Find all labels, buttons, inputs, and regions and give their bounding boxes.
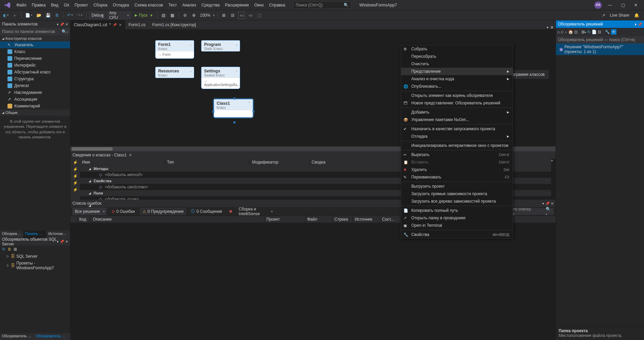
menu-окно[interactable]: Окно <box>251 1 266 9</box>
toolbox-item[interactable]: ↖Указатель <box>0 41 70 48</box>
live-share-button[interactable]: Live Share <box>610 13 629 18</box>
doc-tab[interactable]: Form1.cs <box>125 20 149 29</box>
nav-fwd-button[interactable]: ▸ <box>12 12 18 19</box>
maximize-button[interactable]: ▢ <box>618 1 628 9</box>
tool-icon-2[interactable]: ▦ <box>169 12 176 19</box>
tool-icon-6[interactable]: ▭ <box>247 12 254 19</box>
toolbox-item[interactable]: Структура <box>0 75 70 82</box>
zoom-out-button[interactable]: ⊖ <box>182 12 188 19</box>
save-button[interactable]: 💾 <box>45 12 52 19</box>
undo-button[interactable]: ↶▾ <box>66 12 74 19</box>
context-menu-item[interactable]: 🌐Опубликовать... <box>401 83 513 90</box>
class-details-more-icon[interactable]: ▾ <box>551 159 556 200</box>
sol-fwd-icon[interactable]: ▸ <box>565 30 567 34</box>
class-details-column[interactable]: Имя <box>80 159 165 166</box>
context-menu-item[interactable]: ✂ВырезатьCtrl+X <box>401 151 513 158</box>
new-project-button[interactable]: 📄▾ <box>24 12 33 19</box>
context-menu-item[interactable]: ↗Открыть папку в проводнике <box>401 214 513 222</box>
warnings-filter[interactable]: ⚠0 Предупреждения <box>140 208 186 215</box>
class-box[interactable]: Form1Класс⌄→ Form <box>155 40 194 59</box>
toolbox-item[interactable]: Комментарий <box>0 103 70 109</box>
context-menu-item[interactable]: Добавить▶ <box>401 108 513 116</box>
save-all-button[interactable]: 🗎 <box>54 12 61 19</box>
tool-icon-4[interactable]: ⊟ <box>229 12 236 19</box>
context-menu-item[interactable]: 🔧СвойстваAlt+ВВОД <box>401 231 513 238</box>
error-column[interactable]: Код <box>77 216 91 223</box>
doc-tab[interactable]: ClassDiagram1.cd*📌✕ <box>70 20 125 29</box>
context-menu-item[interactable]: ▣Open in Terminal <box>401 222 513 229</box>
tool-icon-7[interactable]: ⬚ <box>256 12 263 19</box>
sql-group-icon[interactable]: ⊞ <box>14 247 17 252</box>
error-column[interactable]: Файл <box>305 216 332 223</box>
toolbox-item[interactable]: ↗Ассоциация <box>0 96 70 103</box>
resize-handle[interactable] <box>233 121 235 123</box>
toolbox-category-designer[interactable]: Конструктор классов <box>0 35 70 41</box>
context-menu-item[interactable]: ✖УдалитьDel <box>401 166 513 173</box>
sol-nest-icon[interactable]: ⊟ <box>598 30 601 34</box>
sql-close-icon[interactable]: ✕ <box>65 240 68 243</box>
toolbox-dropdown-icon[interactable]: ▾ <box>57 22 59 26</box>
toolbox-category-general[interactable]: Общие <box>0 109 70 116</box>
context-menu-item[interactable]: 📄Копировать полный путь <box>401 207 513 214</box>
error-column[interactable] <box>70 216 77 223</box>
cd-icon-2[interactable]: ⚡ <box>73 167 78 172</box>
errlist-close-icon[interactable]: ✕ <box>551 202 554 205</box>
menu-сборка[interactable]: Сборка <box>91 1 110 9</box>
context-menu-item[interactable]: ✔Назначить в качестве запускаемого проек… <box>401 125 513 133</box>
error-column[interactable]: Описание <box>91 216 264 223</box>
errors-filter[interactable]: ⊘0 Ошибки <box>109 208 137 215</box>
menu-тест[interactable]: Тест <box>166 1 180 9</box>
sol-home2-icon[interactable]: 🏠 <box>568 30 573 34</box>
context-menu-item[interactable]: Пересобрать <box>401 53 513 60</box>
context-menu-item[interactable]: 📦Управление пакетами NuGet... <box>401 116 513 123</box>
context-menu-item[interactable]: Загрузить прямые зависимости проекта <box>401 190 513 198</box>
menu-файл[interactable]: Файл <box>14 1 29 9</box>
toolbox-item[interactable]: Перечисление <box>0 55 70 62</box>
tool-icon-3[interactable]: ⊞ <box>220 12 227 19</box>
menu-схема классов[interactable]: Схема классов <box>132 1 166 9</box>
error-column[interactable]: Строка <box>332 216 353 223</box>
sol-preview-icon[interactable]: 👁 <box>611 29 616 35</box>
error-scope-combo[interactable]: Все решение <box>72 208 106 215</box>
context-menu-item[interactable]: Выгрузить проект <box>401 183 513 190</box>
menu-вид[interactable]: Вид <box>48 1 61 9</box>
sql-tree-item[interactable]: 🗄SQL Server <box>0 253 70 260</box>
error-column[interactable]: Источник <box>353 216 380 223</box>
resize-handle[interactable] <box>233 98 235 100</box>
context-menu-item[interactable]: Открыть элемент как корень обозревателя <box>401 92 513 99</box>
doc-tabs-dropdown-icon[interactable]: ▾ <box>547 26 548 29</box>
cd-icon-1[interactable]: ⚡ <box>73 160 78 165</box>
context-menu-item[interactable]: ✎ПереименоватьF2 <box>401 173 513 181</box>
pin-icon[interactable]: 📌 <box>113 23 117 27</box>
context-menu-item[interactable]: Загрузить все дерево зависимостей проект… <box>401 198 513 205</box>
tab-close-icon[interactable]: ✕ <box>119 23 122 27</box>
doc-tabs-gear-icon[interactable]: ⚙ <box>550 26 554 29</box>
resize-handle[interactable] <box>252 111 254 113</box>
zoom-value[interactable]: 100% <box>199 13 211 18</box>
solution-root-item[interactable]: ▣ Решение "WindowsFormsApp7" (проекты: 1… <box>556 44 644 55</box>
menu-git[interactable]: Git <box>61 1 72 9</box>
context-menu-item[interactable]: Отладка▶ <box>401 133 513 140</box>
notifications-icon[interactable]: 🔔 <box>634 13 639 18</box>
sol-refresh-icon[interactable]: ↻ <box>587 30 591 34</box>
menu-отладка[interactable]: Отладка <box>110 1 132 9</box>
zoom-in-button[interactable]: ⊕ <box>191 12 197 19</box>
solution-search-input[interactable]: Обозреватель решений — поиск (Ctrl+ж) <box>556 36 644 44</box>
menu-средства[interactable]: Средства <box>199 1 222 9</box>
context-menu-item[interactable]: Анализ и очистка кода▶ <box>401 75 513 83</box>
error-column[interactable]: Проект <box>264 216 305 223</box>
chevron-icon[interactable]: ⌄ <box>189 69 192 73</box>
context-menu-item[interactable]: Представление▶ <box>401 68 513 75</box>
chevron-icon[interactable]: ⌄ <box>235 42 238 46</box>
sql-add-icon[interactable]: 🗎 <box>7 247 12 252</box>
tool-icon-1[interactable]: ▤ <box>160 12 167 19</box>
class-details-column[interactable]: Модификатор <box>250 159 310 166</box>
cd-icon-4[interactable]: ⚡ <box>73 181 78 185</box>
errlist-pin-icon[interactable]: 📌 <box>545 202 549 205</box>
minimize-button[interactable]: — <box>605 1 615 9</box>
status-tab[interactable]: Обозреватель объ... <box>34 333 68 340</box>
config-combo[interactable]: Debug <box>89 12 105 19</box>
status-tab[interactable]: Обозреватель сер... <box>0 333 34 340</box>
user-avatar[interactable]: ИА <box>594 1 602 9</box>
class-box[interactable]: ProgramStatic Класс⌄ <box>201 40 240 52</box>
